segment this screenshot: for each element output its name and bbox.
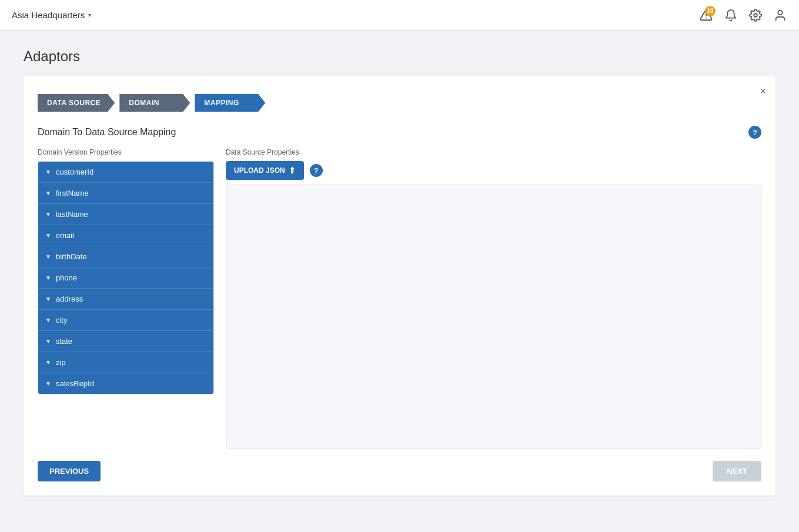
bell-icon	[724, 9, 737, 22]
dropdown-arrow: ▼	[45, 190, 51, 196]
domain-item-label: email	[56, 231, 74, 240]
dropdown-arrow: ▼	[45, 317, 51, 323]
domain-item-phone[interactable]: ▼ phone	[38, 267, 213, 289]
next-button[interactable]: NEXT	[713, 461, 761, 481]
domain-item-state[interactable]: ▼ state	[38, 331, 213, 352]
mapping-title: Domain To Data Source Mapping	[38, 127, 176, 138]
tab-mapping-label: MAPPING	[204, 99, 239, 107]
org-name: Asia Headquarters	[12, 10, 85, 20]
top-nav: Asia Headquarters ▾ 10	[0, 0, 799, 31]
datasource-column: Data Source Properties UPLOAD JSON ⬆ ?	[226, 148, 761, 449]
stepper: DATA SOURCE DOMAIN MAPPING	[38, 94, 761, 112]
upload-json-button[interactable]: UPLOAD JSON ⬆	[226, 161, 304, 180]
dropdown-arrow: ▼	[45, 359, 51, 366]
upload-icon: ⬆	[289, 166, 296, 175]
upload-help-icon[interactable]: ?	[310, 164, 323, 177]
close-button[interactable]: ×	[760, 86, 766, 96]
datasource-column-label: Data Source Properties	[226, 148, 761, 156]
notification-badge: 10	[705, 6, 716, 16]
domain-item-customerid[interactable]: ▼ customerId	[38, 162, 213, 183]
domain-item-firstname[interactable]: ▼ firstName	[38, 183, 213, 204]
domain-item-label: lastName	[56, 210, 88, 219]
datasource-area	[226, 185, 761, 449]
domain-column: Domain Version Properties ▼ customerId ▼…	[38, 148, 214, 394]
domain-item-salesrepid[interactable]: ▼ salesRepId	[38, 373, 213, 394]
domain-item-city[interactable]: ▼ city	[38, 310, 213, 331]
domain-item-label: state	[56, 337, 72, 346]
gear-icon-container[interactable]	[748, 8, 763, 22]
domain-item-label: city	[56, 316, 68, 324]
section-header: Domain To Data Source Mapping ?	[38, 126, 761, 139]
page-container: Adaptors × DATA SOURCE DOMAIN MAPPING Do…	[0, 31, 799, 513]
domain-item-zip[interactable]: ▼ zip	[38, 352, 213, 373]
bell-icon-container[interactable]	[724, 8, 738, 22]
tab-mapping[interactable]: MAPPING	[195, 94, 265, 112]
help-icon[interactable]: ?	[748, 126, 761, 139]
adaptor-card: × DATA SOURCE DOMAIN MAPPING Domain To D…	[24, 76, 775, 496]
domain-list: ▼ customerId ▼ firstName ▼ lastName ▼ em…	[38, 161, 214, 394]
page-title: Adaptors	[24, 48, 775, 65]
mapping-layout: Domain Version Properties ▼ customerId ▼…	[38, 148, 761, 449]
domain-item-label: phone	[56, 273, 77, 282]
dropdown-arrow: ▼	[45, 232, 51, 239]
domain-item-label: firstName	[56, 189, 89, 198]
svg-point-2	[754, 14, 757, 17]
tab-domain[interactable]: DOMAIN	[119, 94, 190, 112]
domain-item-label: birthDate	[56, 252, 87, 261]
dropdown-arrow: ▼	[45, 211, 51, 218]
domain-column-label: Domain Version Properties	[38, 148, 214, 156]
domain-item-label: customerId	[56, 168, 93, 176]
tab-domain-label: DOMAIN	[129, 99, 159, 107]
dropdown-arrow: ▼	[45, 169, 51, 175]
org-selector[interactable]: Asia Headquarters ▾	[12, 10, 91, 20]
dropdown-arrow: ▼	[45, 275, 51, 281]
svg-point-3	[778, 10, 782, 14]
previous-button[interactable]: PREVIOUS	[38, 461, 101, 481]
domain-item-label: salesRepId	[56, 379, 94, 388]
tab-data-source-label: DATA SOURCE	[47, 99, 101, 107]
gear-icon	[749, 9, 762, 22]
upload-json-label: UPLOAD JSON	[234, 166, 285, 175]
domain-item-lastname[interactable]: ▼ lastName	[38, 204, 213, 225]
dropdown-arrow: ▼	[45, 380, 51, 387]
dropdown-arrow: ▼	[45, 338, 51, 344]
datasource-controls: UPLOAD JSON ⬆ ?	[226, 161, 761, 180]
org-chevron: ▾	[88, 12, 91, 18]
dropdown-arrow: ▼	[45, 296, 51, 302]
user-icon	[774, 9, 787, 22]
domain-item-label: zip	[56, 358, 66, 367]
domain-item-email[interactable]: ▼ email	[38, 225, 213, 246]
domain-item-address[interactable]: ▼ address	[38, 289, 213, 310]
nav-icons: 10	[699, 8, 787, 22]
warning-icon-container[interactable]: 10	[699, 8, 713, 22]
dropdown-arrow: ▼	[45, 253, 51, 260]
domain-item-birthdate[interactable]: ▼ birthDate	[38, 246, 213, 267]
domain-item-label: address	[56, 295, 83, 303]
tab-data-source[interactable]: DATA SOURCE	[38, 94, 115, 112]
card-footer: PREVIOUS NEXT	[38, 461, 761, 481]
user-icon-container[interactable]	[773, 8, 787, 22]
